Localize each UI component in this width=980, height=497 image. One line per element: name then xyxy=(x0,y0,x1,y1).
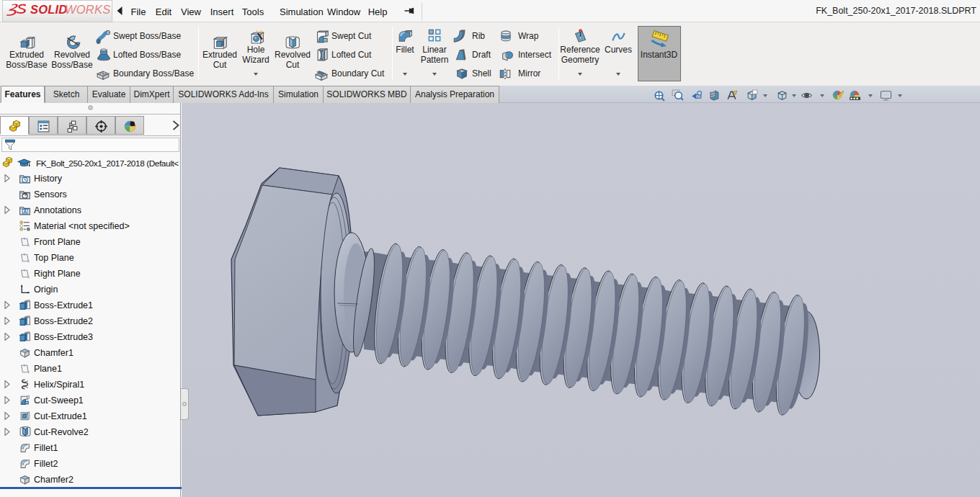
svg-text:WORKS: WORKS xyxy=(65,3,110,16)
svg-text:A: A xyxy=(23,209,27,214)
svg-text:SOLID: SOLID xyxy=(30,3,67,16)
